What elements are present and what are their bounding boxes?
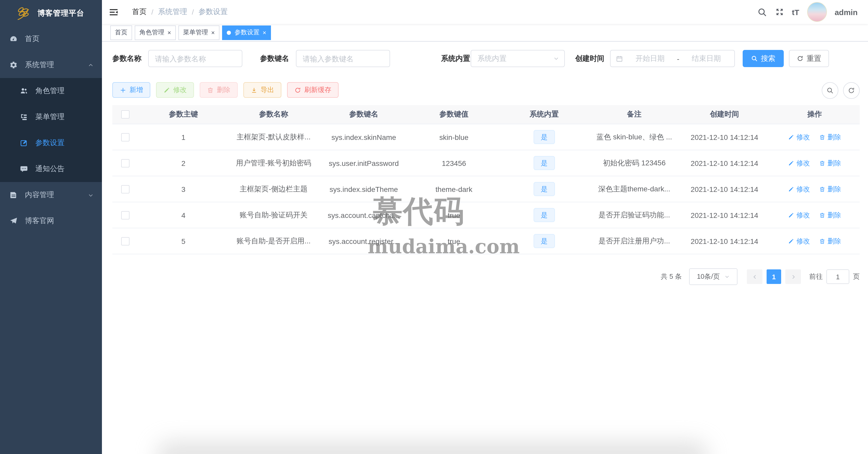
row-edit-link[interactable]: 修改 — [788, 184, 810, 194]
chevron-down-icon — [88, 192, 94, 198]
breadcrumb: 首页 / 系统管理 / 参数设置 — [132, 7, 228, 17]
row-checkbox[interactable] — [121, 185, 129, 193]
cell-remark: 深色主题theme-dark... — [589, 184, 680, 194]
cell-value: skin-blue — [409, 133, 499, 141]
collapse-sidebar-button[interactable] — [109, 7, 119, 17]
prev-page-button[interactable] — [747, 269, 763, 284]
paper-plane-icon — [9, 217, 18, 225]
page-size-select[interactable]: 10条/页 — [689, 268, 738, 285]
cell-name: 用户管理-账号初始密码 — [228, 158, 319, 168]
builtin-select[interactable]: 系统内置 — [471, 50, 565, 67]
row-delete-link[interactable]: 删除 — [819, 236, 841, 246]
close-icon[interactable]: × — [262, 29, 266, 36]
delete-button-label: 删除 — [217, 85, 230, 95]
reset-button[interactable]: 重置 — [789, 50, 829, 67]
builtin-select-placeholder: 系统内置 — [477, 54, 553, 63]
param-key-input[interactable] — [296, 50, 390, 67]
breadcrumb-separator: / — [192, 8, 194, 16]
col-param-name: 参数名称 — [228, 110, 319, 119]
cell-name: 主框架页-侧边栏主题 — [228, 184, 319, 194]
page-number-1[interactable]: 1 — [767, 269, 781, 284]
cell-id: 5 — [138, 237, 228, 245]
pen-icon — [788, 238, 795, 244]
date-start-placeholder[interactable]: 开始日期 — [627, 54, 673, 63]
close-icon[interactable]: × — [211, 29, 215, 36]
close-icon[interactable]: × — [167, 29, 171, 36]
breadcrumb-home[interactable]: 首页 — [132, 7, 147, 17]
delete-button[interactable]: 删除 — [200, 82, 238, 98]
tab-home[interactable]: 首页 — [110, 25, 132, 40]
sidebar-item-roles[interactable]: 角色管理 — [0, 78, 102, 104]
export-button-label: 导出 — [260, 85, 274, 95]
fullscreen-icon[interactable] — [775, 7, 784, 17]
calendar-icon — [616, 55, 623, 62]
row-edit-link[interactable]: 修改 — [788, 236, 810, 246]
sidebar-item-content[interactable]: 内容管理 — [0, 182, 102, 208]
avatar[interactable] — [807, 2, 827, 22]
sidebar-item-menus[interactable]: 菜单管理 — [0, 104, 102, 130]
table-tools — [822, 82, 860, 99]
cell-remark: 蓝色 skin-blue、绿色 ... — [589, 132, 680, 142]
chevron-right-icon — [790, 274, 796, 279]
tab-roles[interactable]: 角色管理 × — [135, 25, 176, 40]
next-page-button[interactable] — [785, 269, 801, 284]
cell-id: 3 — [138, 185, 228, 193]
export-button[interactable]: 导出 — [243, 82, 281, 98]
page-size-value: 10条/页 — [697, 272, 720, 281]
sidebar-item-label: 内容管理 — [25, 190, 54, 200]
refresh-table-button[interactable] — [843, 82, 860, 99]
search-button[interactable]: 搜索 — [743, 50, 784, 67]
add-button[interactable]: 新增 — [112, 82, 150, 98]
table-row: 5 账号自助-是否开启用... sys.account.register... … — [112, 228, 860, 254]
date-end-placeholder[interactable]: 结束日期 — [684, 54, 729, 63]
cell-name: 主框架页-默认皮肤样... — [228, 132, 319, 142]
cell-remark: 是否开启验证码功能... — [589, 210, 680, 220]
goto-page-input[interactable] — [827, 269, 849, 284]
row-edit-link[interactable]: 修改 — [788, 132, 810, 142]
param-name-label: 参数名称 — [112, 54, 142, 63]
document-icon — [9, 190, 18, 200]
row-checkbox[interactable] — [121, 159, 129, 167]
row-delete-link[interactable]: 删除 — [819, 210, 841, 220]
show-search-button[interactable] — [822, 82, 838, 99]
edit-button[interactable]: 修改 — [156, 82, 194, 98]
cell-key: sys.account.register... — [319, 237, 409, 245]
row-delete-link[interactable]: 删除 — [819, 132, 841, 142]
col-builtin: 系统内置 — [499, 110, 589, 119]
row-edit-link[interactable]: 修改 — [788, 210, 810, 220]
download-icon — [251, 87, 257, 93]
row-checkbox[interactable] — [121, 133, 129, 141]
refresh-icon — [294, 87, 301, 93]
row-checkbox[interactable] — [121, 211, 129, 219]
date-range-picker[interactable]: 开始日期 - 结束日期 — [610, 50, 735, 67]
search-icon[interactable] — [757, 7, 767, 17]
row-delete-link[interactable]: 删除 — [819, 184, 841, 194]
cell-created: 2021-12-10 14:12:14 — [680, 237, 770, 245]
sidebar-item-notices[interactable]: 通知公告 — [0, 156, 102, 182]
refresh-cache-button[interactable]: 刷新缓存 — [287, 82, 339, 98]
select-all-checkbox[interactable] — [121, 110, 129, 119]
font-size-icon[interactable]: tT — [792, 7, 799, 17]
cell-created: 2021-12-10 14:12:14 — [680, 159, 770, 167]
cell-remark: 初始化密码 123456 — [589, 158, 680, 168]
col-created: 创建时间 — [680, 110, 770, 119]
reset-button-label: 重置 — [807, 54, 821, 63]
cell-name: 账号自助-是否开启用... — [228, 236, 319, 246]
row-checkbox[interactable] — [121, 237, 129, 245]
sidebar-item-params[interactable]: 参数设置 — [0, 130, 102, 156]
table-row: 2 用户管理-账号初始密码 sys.user.initPassword 1234… — [112, 150, 860, 176]
tab-params[interactable]: 参数设置 × — [222, 25, 271, 40]
sidebar-item-home[interactable]: 首页 — [0, 26, 102, 52]
param-name-input[interactable] — [148, 50, 242, 67]
sidebar-item-blog-site[interactable]: 博客官网 — [0, 208, 102, 234]
row-delete-link[interactable]: 删除 — [819, 158, 841, 168]
username[interactable]: admin — [835, 7, 858, 17]
pen-icon — [163, 87, 170, 93]
logo: 博客管理平台 — [0, 0, 102, 26]
tab-menus[interactable]: 菜单管理 × — [178, 25, 219, 40]
sidebar-item-label: 首页 — [25, 34, 39, 44]
row-edit-link[interactable]: 修改 — [788, 158, 810, 168]
sidebar-item-system[interactable]: 系统管理 — [0, 52, 102, 78]
app-title: 博客管理平台 — [37, 8, 84, 18]
sidebar-item-label: 系统管理 — [25, 60, 54, 70]
